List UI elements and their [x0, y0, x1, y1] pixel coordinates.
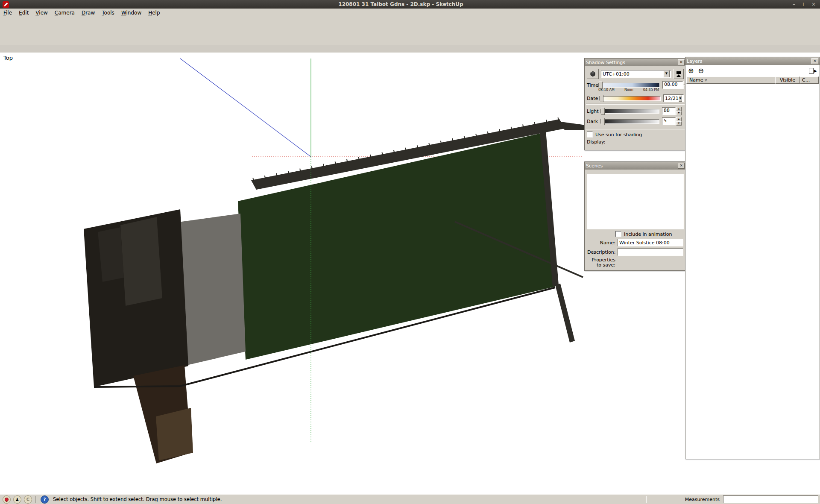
layers-title: Layers	[687, 59, 811, 64]
minimize-button[interactable]: –	[793, 1, 795, 7]
scene-description-input[interactable]	[618, 248, 683, 256]
time-slider[interactable]	[598, 83, 660, 88]
layers-color-column-button[interactable]: C...	[800, 76, 819, 84]
display-options-row	[587, 146, 684, 148]
menu-edit[interactable]: Edit	[15, 9, 32, 17]
credits-icon[interactable]: ♟	[13, 495, 21, 504]
light-input[interactable]: 88	[662, 107, 676, 115]
collapse-pane-icon	[676, 71, 681, 77]
shadow-settings-titlebar[interactable]: Shadow Settings ×	[585, 59, 686, 66]
layers-titlebar[interactable]: Layers ×	[685, 57, 820, 65]
menu-bar: FileEditViewCameraDrawToolsWindowHelp	[0, 9, 820, 18]
window-title: 120801 31 Talbot Gdns - 2D.skp - SketchU…	[9, 1, 793, 7]
dark-input[interactable]: 5	[662, 117, 676, 125]
menu-file[interactable]: File	[0, 9, 15, 17]
date-label: Date	[587, 96, 599, 101]
claim-credit-icon[interactable]: C	[24, 495, 32, 504]
window-titlebar: 120801 31 Talbot Gdns - 2D.skp - SketchU…	[0, 0, 820, 9]
light-slider-thumb[interactable]	[601, 108, 605, 115]
view-label: Top	[3, 55, 13, 61]
properties-to-save-label: Properties to save:	[587, 258, 618, 268]
dark-slider-thumb[interactable]	[601, 118, 605, 125]
light-spinner[interactable]: ▲▼	[676, 107, 682, 115]
time-label: Time	[587, 82, 598, 88]
light-slider[interactable]	[600, 109, 659, 114]
remove-layer-button[interactable]: ⊖	[698, 67, 703, 75]
date-dropdown-icon[interactable]: ▼	[679, 95, 682, 102]
menu-draw[interactable]: Draw	[78, 9, 98, 17]
timezone-dropdown-icon[interactable]: ▼	[663, 70, 670, 77]
scene-tabs-bar	[0, 45, 820, 53]
dark-spinner[interactable]: ▲▼	[676, 117, 682, 126]
scenes-titlebar[interactable]: Scenes ×	[585, 162, 686, 170]
time-tick-labels: 08:10 AM Noon 04:45 PM	[598, 88, 659, 92]
toolbar-main	[0, 17, 820, 34]
noon-time: Noon	[624, 88, 633, 92]
light-label: Light	[587, 108, 600, 114]
menu-tools[interactable]: Tools	[98, 9, 118, 17]
timezone-select[interactable]: UTC+01:00 ▼	[601, 70, 671, 78]
time-slider-thumb[interactable]	[599, 82, 603, 89]
blue-axis	[180, 59, 311, 157]
layers-list	[686, 85, 819, 458]
status-bar: ♟ C ? Select objects. Shift to extend se…	[0, 494, 820, 504]
divider	[586, 103, 685, 105]
maximize-button[interactable]: +	[801, 1, 805, 7]
help-icon[interactable]: ?	[41, 495, 49, 504]
window-controls: – + ×	[793, 1, 816, 7]
diagonal-post	[555, 284, 575, 343]
scenes-toolbar	[585, 170, 686, 173]
divider	[35, 496, 36, 503]
menu-help[interactable]: Help	[145, 9, 163, 17]
scenes-title: Scenes	[586, 163, 678, 169]
dark-label: Dark	[587, 119, 600, 124]
include-in-animation-checkbox[interactable]	[615, 231, 621, 237]
add-layer-button[interactable]: ⊕	[688, 67, 694, 75]
date-input[interactable]: 12/21 ▼	[663, 94, 684, 102]
layers-visible-column-button[interactable]: Visible	[775, 76, 800, 84]
layers-panel: Layers × ⊕ ⊖ ▶ Name ▿ Visible C...	[685, 57, 820, 459]
toolbar-google	[0, 34, 820, 45]
menu-window[interactable]: Window	[118, 9, 145, 17]
scene-name-input[interactable]	[618, 239, 683, 246]
measurements-label: Measurements	[685, 497, 720, 502]
layers-details-button[interactable]: ▶	[809, 68, 817, 74]
display-label: Display:	[587, 139, 605, 145]
measurements-input[interactable]	[723, 495, 818, 503]
shadow-details-toggle-button[interactable]	[674, 69, 684, 79]
date-slider[interactable]	[599, 96, 661, 101]
sketchup-logo-icon	[3, 1, 9, 8]
status-message: Select objects. Shift to extend select. …	[53, 496, 222, 502]
include-in-animation-label: Include in animation	[624, 231, 672, 237]
menu-camera[interactable]: Camera	[51, 9, 78, 17]
time-input[interactable]: 08:00	[662, 81, 683, 89]
drawing-area[interactable]: Top Shadow Settings × UTC+01:00 ▼ Time	[0, 53, 820, 494]
date-slider-thumb[interactable]	[600, 95, 603, 102]
timezone-value: UTC+01:00	[603, 71, 663, 77]
use-sun-checkbox[interactable]	[587, 132, 593, 138]
lawn	[238, 133, 555, 360]
date-value: 12/21	[665, 96, 679, 101]
use-sun-label: Use sun for shading	[595, 132, 642, 138]
scenes-close-icon[interactable]: ×	[678, 163, 685, 169]
shadow-settings-panel: Shadow Settings × UTC+01:00 ▼ Time 08:00…	[584, 58, 686, 150]
shadow-settings-close-icon[interactable]: ×	[678, 59, 685, 65]
sort-indicator-icon: ▿	[705, 77, 707, 83]
sunset-time: 04:45 PM	[643, 88, 659, 92]
geolocation-status-icon[interactable]	[3, 495, 11, 504]
scene-description-label: Description:	[587, 249, 618, 255]
shadow-settings-title: Shadow Settings	[586, 60, 678, 65]
scenes-panel: Scenes × Include in animation Name: Desc…	[584, 161, 686, 271]
divider	[646, 496, 647, 503]
scene-name-label: Name:	[587, 240, 618, 246]
house-roof-step	[120, 217, 162, 306]
toggle-shadows-button[interactable]	[587, 69, 599, 79]
scenes-list	[587, 174, 684, 229]
layers-header: Name ▿ Visible C...	[685, 76, 820, 84]
layers-sort-name-button[interactable]: Name ▿	[686, 76, 775, 84]
divider	[586, 128, 685, 129]
menu-view[interactable]: View	[32, 9, 51, 17]
layers-close-icon[interactable]: ×	[811, 58, 818, 64]
dark-slider[interactable]	[600, 119, 659, 124]
close-button[interactable]: ×	[811, 1, 816, 7]
